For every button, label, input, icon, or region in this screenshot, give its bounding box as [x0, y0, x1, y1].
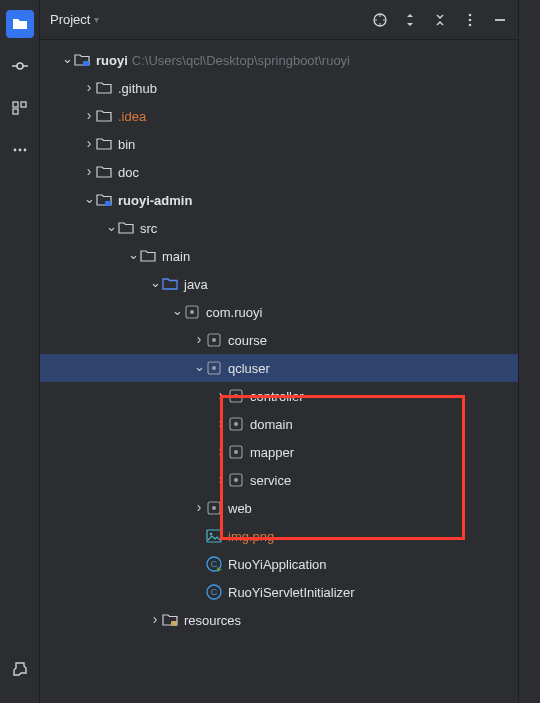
- folder-github[interactable]: ›.github: [40, 74, 518, 102]
- build-tool-icon[interactable]: [6, 655, 34, 683]
- chevron-right-icon[interactable]: ›: [82, 135, 96, 151]
- tree-item-label: web: [228, 501, 252, 516]
- chevron-right-icon[interactable]: ›: [214, 387, 228, 403]
- package-service[interactable]: ›service: [40, 466, 518, 494]
- folder-icon: [96, 80, 112, 96]
- tree-item-label: controller: [250, 389, 303, 404]
- package-domain[interactable]: ›domain: [40, 410, 518, 438]
- tree-item-label: .github: [118, 81, 157, 96]
- tree-item-label: RuoYiApplication: [228, 557, 327, 572]
- chevron-right-icon[interactable]: ›: [82, 107, 96, 123]
- tree-item-label: mapper: [250, 445, 294, 460]
- chevron-right-icon[interactable]: ›: [214, 443, 228, 459]
- folder-resources[interactable]: ›resources: [40, 606, 518, 634]
- tree-item-label: com.ruoyi: [206, 305, 262, 320]
- panel-header: Project ▾: [40, 0, 518, 40]
- svg-rect-5: [21, 102, 26, 107]
- file-img-png[interactable]: img.png: [40, 522, 518, 550]
- package-qcluser[interactable]: ⌄qcluser: [40, 354, 518, 382]
- package-com-ruoyi[interactable]: ⌄com.ruoyi: [40, 298, 518, 326]
- image-icon: [206, 528, 222, 544]
- chevron-right-icon[interactable]: ›: [214, 471, 228, 487]
- package-icon: [206, 360, 222, 376]
- chevron-right-icon[interactable]: ›: [148, 611, 162, 627]
- chevron-down-icon[interactable]: ⌄: [170, 303, 184, 318]
- chevron-right-icon[interactable]: ›: [192, 331, 206, 347]
- chevron-down-icon[interactable]: ⌄: [82, 191, 96, 206]
- svg-point-0: [17, 63, 23, 69]
- structure-tool-icon[interactable]: [6, 94, 34, 122]
- package-icon: [228, 416, 244, 432]
- project-root[interactable]: ⌄ruoyi C:\Users\qcl\Desktop\springboot\r…: [40, 46, 518, 74]
- project-tree[interactable]: ⌄ruoyi C:\Users\qcl\Desktop\springboot\r…: [40, 40, 518, 634]
- module-ruoyi-admin[interactable]: ⌄ruoyi-admin: [40, 186, 518, 214]
- left-tool-rail: [0, 0, 40, 703]
- class-ruoyi-application[interactable]: RuoYiApplication: [40, 550, 518, 578]
- folder-src[interactable]: ⌄src: [40, 214, 518, 242]
- package-icon: [184, 304, 200, 320]
- chevron-down-icon[interactable]: ⌄: [60, 51, 74, 66]
- tree-item-path: C:\Users\qcl\Desktop\springboot\ruoyi: [132, 53, 350, 68]
- svg-rect-4: [13, 109, 18, 114]
- tree-item-label: .idea: [118, 109, 146, 124]
- svg-point-16: [469, 23, 472, 26]
- collapse-all-icon[interactable]: [432, 12, 448, 28]
- panel-title-text: Project: [50, 12, 90, 27]
- tree-item-label: domain: [250, 417, 293, 432]
- tree-item-label: ruoyi-admin: [118, 193, 192, 208]
- tree-item-label: doc: [118, 165, 139, 180]
- folder-root-icon: [74, 52, 90, 68]
- right-gutter: [518, 0, 540, 703]
- tree-item-label: resources: [184, 613, 241, 628]
- chevron-down-icon[interactable]: ⌄: [148, 275, 162, 290]
- tree-item-label: qcluser: [228, 361, 270, 376]
- select-opened-file-icon[interactable]: [372, 12, 388, 28]
- expand-all-icon[interactable]: [402, 12, 418, 28]
- tree-item-label: bin: [118, 137, 135, 152]
- folder-resources-icon: [162, 612, 178, 628]
- folder-icon: [96, 108, 112, 124]
- folder-source-icon: [162, 276, 178, 292]
- chevron-right-icon[interactable]: ›: [192, 499, 206, 515]
- package-course[interactable]: ›course: [40, 326, 518, 354]
- package-controller[interactable]: ›controller: [40, 382, 518, 410]
- commit-tool-icon[interactable]: [6, 52, 34, 80]
- svg-point-6: [13, 149, 16, 152]
- folder-icon: [96, 164, 112, 180]
- package-icon: [206, 500, 222, 516]
- folder-icon: [140, 248, 156, 264]
- svg-point-15: [469, 18, 472, 21]
- chevron-right-icon[interactable]: ›: [82, 163, 96, 179]
- folder-doc[interactable]: ›doc: [40, 158, 518, 186]
- folder-bin[interactable]: ›bin: [40, 130, 518, 158]
- folder-main[interactable]: ⌄main: [40, 242, 518, 270]
- package-web[interactable]: ›web: [40, 494, 518, 522]
- tree-item-label: service: [250, 473, 291, 488]
- svg-point-7: [18, 149, 21, 152]
- hide-panel-icon[interactable]: [492, 12, 508, 28]
- tree-item-label: java: [184, 277, 208, 292]
- project-panel: Project ▾ ⌄ruoyi C:\Users\qcl\Desktop\sp…: [40, 0, 518, 703]
- svg-rect-3: [13, 102, 18, 107]
- tree-item-label: RuoYiServletInitializer: [228, 585, 355, 600]
- class-icon: [206, 584, 222, 600]
- package-icon: [228, 388, 244, 404]
- package-mapper[interactable]: ›mapper: [40, 438, 518, 466]
- class-ruoyi-servlet-initializer[interactable]: RuoYiServletInitializer: [40, 578, 518, 606]
- chevron-down-icon[interactable]: ⌄: [104, 219, 118, 234]
- tree-item-label: src: [140, 221, 157, 236]
- class-run-icon: [206, 556, 222, 572]
- chevron-right-icon[interactable]: ›: [214, 415, 228, 431]
- panel-options-icon[interactable]: [462, 12, 478, 28]
- chevron-down-icon: ▾: [94, 14, 99, 25]
- chevron-right-icon[interactable]: ›: [82, 79, 96, 95]
- project-tool-icon[interactable]: [6, 10, 34, 38]
- folder-java[interactable]: ⌄java: [40, 270, 518, 298]
- folder-module-icon: [96, 192, 112, 208]
- folder-idea[interactable]: ›.idea: [40, 102, 518, 130]
- chevron-down-icon[interactable]: ⌄: [192, 359, 206, 374]
- chevron-down-icon[interactable]: ⌄: [126, 247, 140, 262]
- panel-title[interactable]: Project ▾: [50, 12, 99, 27]
- more-tool-icon[interactable]: [6, 136, 34, 164]
- folder-icon: [96, 136, 112, 152]
